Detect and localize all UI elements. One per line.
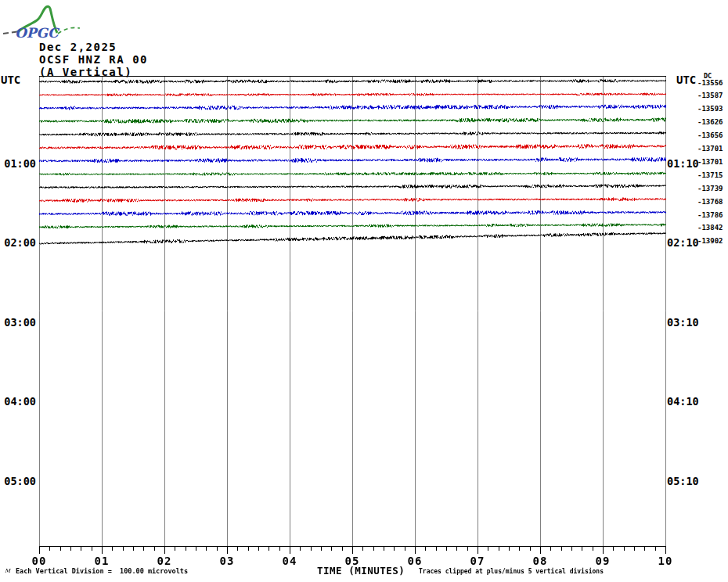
x-minor-tick — [321, 546, 322, 551]
right-hour-label: 04:10 — [667, 395, 699, 408]
x-minor-tick — [561, 546, 562, 551]
x-axis-title: TIME (MINUTES) — [317, 565, 405, 577]
clip-note: Traces clipped at plus/minus 5 vertical … — [419, 568, 604, 575]
x-major-tick — [164, 546, 165, 554]
x-major-tick — [478, 546, 478, 554]
x-minor-tick — [143, 546, 144, 551]
left-hour-label: 01:00 — [0, 157, 36, 170]
dc-value: -13656 — [697, 131, 723, 139]
left-hour-label: 05:00 — [0, 475, 36, 487]
x-minor-tick — [634, 546, 635, 551]
x-tick-label: 07 — [462, 555, 493, 567]
x-minor-tick — [217, 546, 218, 551]
dc-value: -13902 — [697, 237, 723, 245]
x-minor-tick — [300, 546, 301, 551]
x-minor-tick — [394, 546, 395, 551]
right-utc-label: UTC — [676, 74, 696, 86]
x-minor-tick — [499, 546, 499, 551]
logo-dash-right — [58, 27, 80, 34]
x-minor-tick — [582, 546, 582, 551]
x-minor-tick — [550, 546, 551, 551]
x-tick-label: 01 — [86, 555, 117, 567]
x-minor-tick — [436, 546, 437, 551]
dc-value: -13786 — [697, 211, 723, 219]
x-tick-label: 08 — [524, 555, 556, 567]
x-minor-tick — [70, 546, 71, 551]
x-minor-tick — [258, 546, 259, 551]
x-minor-tick — [60, 546, 61, 551]
x-minor-tick — [519, 546, 520, 551]
x-minor-tick — [456, 546, 457, 551]
x-minor-tick — [342, 546, 343, 551]
x-major-tick — [290, 546, 290, 554]
x-minor-tick — [331, 546, 332, 551]
right-hour-label: 01:10 — [667, 157, 699, 170]
x-minor-tick — [655, 546, 656, 551]
left-hour-label: 03:00 — [0, 316, 36, 329]
x-minor-tick — [154, 546, 155, 551]
x-major-tick — [39, 546, 40, 554]
x-tick-label: 00 — [23, 555, 55, 567]
left-hour-label: 04:00 — [0, 395, 36, 408]
x-major-tick — [665, 546, 666, 554]
dc-value: -13626 — [697, 118, 723, 126]
dc-value: -13701 — [697, 145, 723, 153]
x-minor-tick — [92, 546, 92, 551]
helicorder-plot — [39, 75, 666, 547]
dc-value: -13768 — [697, 198, 723, 206]
x-minor-tick — [206, 546, 207, 551]
right-hour-label: 05:10 — [667, 475, 699, 487]
x-minor-tick — [488, 546, 488, 551]
dc-value: -13587 — [697, 92, 723, 99]
corner-mark: M — [5, 568, 10, 574]
logo-text: OPGC — [15, 25, 60, 41]
x-minor-tick — [509, 546, 510, 551]
x-minor-tick — [268, 546, 269, 551]
x-minor-tick — [196, 546, 196, 551]
dc-value: -13701 — [697, 158, 723, 166]
dc-value: -13556 — [697, 79, 723, 87]
header-station: OCSF HNZ RA 00 — [39, 53, 148, 66]
scale-note: Each Vertical Division = 100.00 microvol… — [16, 567, 188, 575]
x-minor-tick — [384, 546, 384, 551]
left-utc-label: UTC — [1, 74, 20, 86]
dc-value: -13842 — [697, 224, 723, 232]
x-major-tick — [352, 546, 353, 554]
dc-value: -13739 — [697, 185, 723, 192]
x-minor-tick — [175, 546, 175, 551]
right-hour-label: 03:10 — [667, 316, 699, 329]
x-tick-label: 09 — [587, 555, 618, 567]
x-minor-tick — [644, 546, 645, 551]
x-major-tick — [603, 546, 604, 554]
right-hour-label: 02:10 — [667, 236, 699, 249]
x-minor-tick — [624, 546, 625, 551]
dc-value: -13715 — [697, 171, 723, 179]
x-minor-tick — [446, 546, 447, 551]
left-hour-label: 02:00 — [0, 236, 36, 249]
x-minor-tick — [123, 546, 124, 551]
x-minor-tick — [373, 546, 374, 551]
x-minor-tick — [613, 546, 614, 551]
x-minor-tick — [571, 546, 572, 551]
x-tick-label: 03 — [211, 555, 243, 567]
x-tick-label: 04 — [274, 555, 305, 567]
x-minor-tick — [81, 546, 81, 551]
x-minor-tick — [237, 546, 238, 551]
opgc-logo: OPGC — [2, 2, 83, 41]
x-tick-label: 02 — [149, 555, 180, 567]
x-minor-tick — [593, 546, 593, 551]
x-minor-tick — [279, 546, 280, 551]
x-minor-tick — [248, 546, 249, 551]
x-minor-tick — [362, 546, 363, 551]
x-minor-tick — [405, 546, 405, 551]
x-minor-tick — [186, 546, 186, 551]
dc-value: -13593 — [697, 105, 723, 113]
x-minor-tick — [467, 546, 468, 551]
x-minor-tick — [112, 546, 113, 551]
plot-header: Dec 2,2025 OCSF HNZ RA 00 (A Vertical) — [39, 41, 148, 78]
header-date: Dec 2,2025 — [39, 41, 148, 53]
x-minor-tick — [530, 546, 531, 551]
x-minor-tick — [425, 546, 426, 551]
x-minor-tick — [133, 546, 134, 551]
x-minor-tick — [311, 546, 312, 551]
